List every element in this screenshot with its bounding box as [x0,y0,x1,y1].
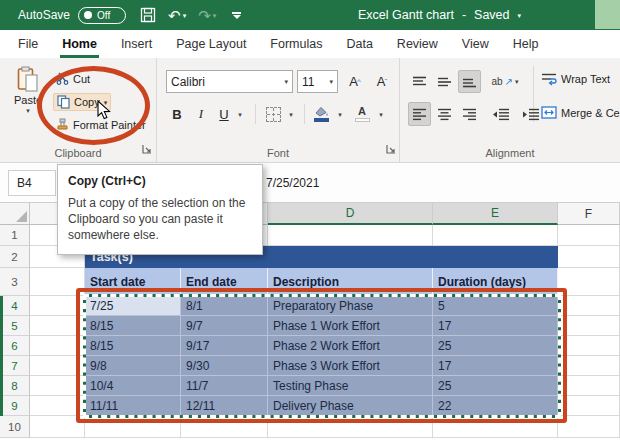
decrease-indent-button[interactable] [488,102,514,126]
tab-data[interactable]: Data [334,30,384,58]
undo-button[interactable]: ↶ ▾ [168,8,186,23]
save-status-dropdown-caret[interactable]: ▾ [518,12,522,19]
shrink-font-button[interactable]: Aˇ [369,70,395,93]
tab-view[interactable]: View [450,30,501,58]
cell-f2[interactable] [558,246,620,268]
tab-home[interactable]: Home [50,30,109,58]
cell-f3[interactable] [558,268,620,296]
font-size-caret[interactable]: ▾ [329,78,333,85]
wrap-text-button[interactable]: Wrap Text [541,72,610,86]
borders-button[interactable] [262,104,284,124]
font-name-caret[interactable]: ▾ [284,78,288,85]
font-group-label: Font [157,147,399,159]
alignment-group: ab ↗ ▾ Wrap Text [400,58,620,162]
font-dialog-launcher[interactable] [386,144,397,155]
column-header-d[interactable]: D [268,203,433,225]
bold-button[interactable]: B [166,102,188,126]
account-avatar-fragment[interactable] [595,0,620,29]
save-status: Saved [474,8,509,22]
italic-button[interactable]: I [191,102,211,126]
wrap-text-label: Wrap Text [561,73,610,85]
cell-f1[interactable] [558,225,620,246]
row-header-5[interactable]: 5 [0,316,30,336]
row-header-6[interactable]: 6 [0,336,30,356]
align-right-button[interactable] [458,102,481,126]
underline-button[interactable]: U [214,102,234,126]
select-all-button[interactable] [0,203,30,225]
bottom-align-button[interactable] [458,70,481,93]
cell-f9[interactable] [558,396,620,416]
cell-f7[interactable] [558,356,620,376]
cell-f4[interactable] [558,296,620,316]
cell-f5[interactable] [558,316,620,336]
copy-tooltip: Copy (Ctrl+C) Put a copy of the selectio… [57,164,263,255]
column-header-e[interactable]: E [433,203,558,225]
orientation-button[interactable]: ab ↗ ▾ [488,70,522,93]
customize-qat-chevron-icon [233,15,241,19]
row-header-7[interactable]: 7 [0,356,30,376]
save-icon [140,7,156,23]
tab-formulas[interactable]: Formulas [258,30,334,58]
row-header-3[interactable]: 3 [0,268,30,296]
font-color-button[interactable]: A [350,102,374,126]
orientation-dropdown-caret[interactable]: ▾ [515,78,519,85]
middle-align-button[interactable] [433,70,456,93]
font-size-combo[interactable]: 11 ▾ [297,70,338,93]
undo-dropdown-caret[interactable]: ▾ [183,12,187,19]
quick-access-toolbar: ↶ ▾ ↷ ▾ [140,7,241,23]
tab-file[interactable]: File [6,30,50,58]
align-center-button[interactable] [433,102,456,126]
row-header-1[interactable]: 1 [0,225,30,246]
tab-insert[interactable]: Insert [109,30,164,58]
top-align-button[interactable] [408,70,431,93]
wrap-text-icon [541,72,557,86]
autosave-state: Off [97,10,110,21]
row-header-2[interactable]: 2 [0,246,30,268]
font-color-icon: A [355,106,370,122]
cell-e1[interactable] [433,225,558,246]
align-left-button[interactable] [408,102,431,126]
fill-color-button[interactable] [309,102,333,126]
redo-button[interactable]: ↷ ▾ [198,8,216,23]
row-header-4[interactable]: 4 [0,296,30,316]
cell-f10[interactable] [558,416,620,438]
tab-page-layout[interactable]: Page Layout [164,30,258,58]
font-name-combo[interactable]: Calibri ▾ [166,70,293,93]
clipboard-group-label: Clipboard [0,147,156,159]
tooltip-body: Put a copy of the selection on the Clipb… [68,195,254,244]
alignment-group-label: Alignment [400,147,620,159]
font-color-dropdown-caret[interactable]: ▾ [375,102,387,126]
merge-center-icon [541,106,557,119]
cell-f8[interactable] [558,376,620,396]
font-size-value: 11 [302,75,314,89]
merge-center-button[interactable]: Merge & Center [541,106,620,119]
mouse-cursor [97,100,111,120]
customize-qat-bar-icon [232,12,241,14]
fill-color-dropdown-caret[interactable]: ▾ [334,102,346,126]
row-header-8[interactable]: 8 [0,376,30,396]
grow-font-button[interactable]: A^ [342,70,368,93]
tab-review[interactable]: Review [385,30,450,58]
clipboard-dialog-launcher[interactable] [142,144,153,155]
row-header-9[interactable]: 9 [0,396,30,416]
paste-dropdown-caret[interactable]: ▾ [26,107,30,114]
document-title-text: Excel Gantt chart [358,8,454,22]
font-divider-2 [304,104,305,124]
name-box[interactable]: B4 [8,170,56,196]
tab-help[interactable]: Help [501,30,551,58]
row-header-10[interactable]: 10 [0,416,30,438]
column-header-f[interactable]: F [558,203,620,225]
ribbon-tab-bar: File Home Insert Page Layout Formulas Da… [0,30,620,58]
borders-dropdown-caret[interactable]: ▾ [285,102,297,126]
cell-f6[interactable] [558,336,620,356]
customize-qat-button[interactable] [232,12,241,19]
formula-bar-value[interactable]: 7/25/2021 [266,163,319,203]
font-divider-1 [255,104,256,124]
cell-d1[interactable] [268,225,433,246]
orientation-arrow-icon: ↗ [505,76,513,87]
excel-window: AutoSave Off ↶ ▾ ↷ ▾ Excel Gantt chart [0,0,620,443]
save-button[interactable] [140,7,156,23]
underline-dropdown-caret[interactable]: ▾ [234,102,246,126]
select-all-triangle-icon [16,211,27,222]
autosave-toggle[interactable]: Off [78,7,126,24]
